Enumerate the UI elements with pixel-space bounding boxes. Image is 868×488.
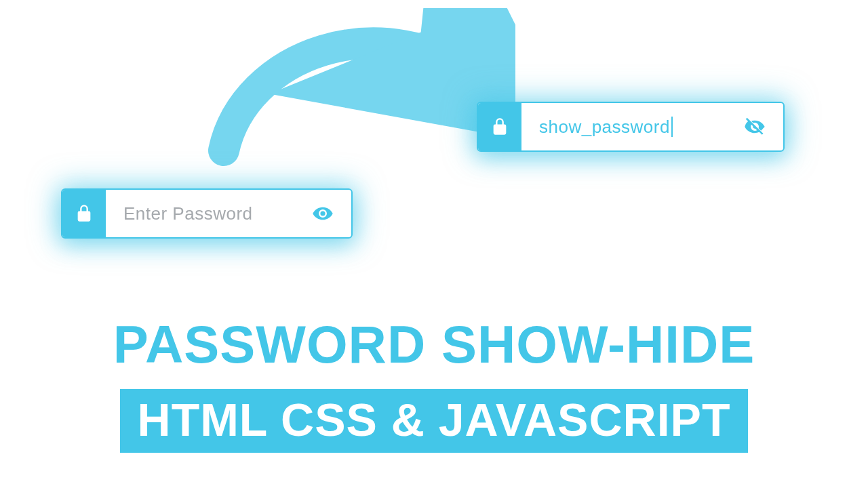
lock-icon — [62, 190, 106, 237]
eye-hide-icon[interactable] — [744, 116, 766, 138]
lock-icon — [478, 103, 521, 150]
title-line-2: HTML CSS & JAVASCRIPT — [120, 389, 749, 453]
password-input[interactable]: Enter Password — [123, 203, 300, 224]
password-field-shown: show_password — [477, 102, 785, 152]
title-line-1: PASSWORD SHOW-HIDE — [113, 314, 755, 375]
eye-show-icon[interactable] — [312, 203, 334, 224]
password-input[interactable]: show_password — [539, 117, 732, 138]
password-field-hidden: Enter Password — [61, 188, 353, 239]
title-block: PASSWORD SHOW-HIDE HTML CSS & JAVASCRIPT — [0, 314, 868, 453]
curved-arrow-icon — [203, 8, 515, 171]
